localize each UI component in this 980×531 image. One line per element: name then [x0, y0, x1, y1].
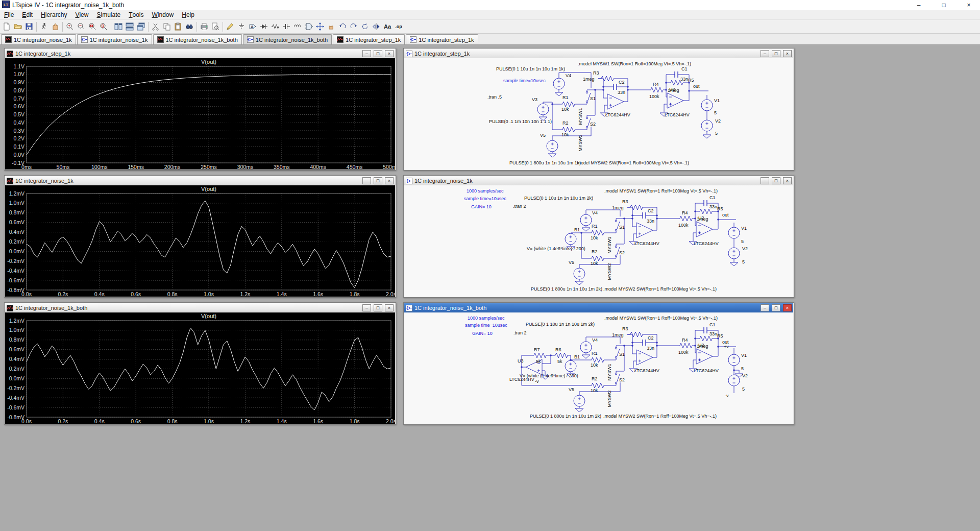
toolbar-button-zoom-out[interactable] [76, 21, 87, 33]
waveform-plot[interactable]: 1.1V1.0V0.9V0.8V0.7V0.6V0.5V0.4V0.3V0.2V… [5, 58, 395, 170]
schematic-text: R5 [688, 78, 694, 83]
toolbar-button-inductor[interactable] [292, 21, 303, 33]
schematic-text: 5 [715, 131, 718, 136]
window-minimize-button[interactable]: – [362, 304, 371, 311]
toolbar-button-cascade[interactable] [135, 21, 146, 33]
menu-item-window[interactable]: Window [148, 10, 178, 19]
window-close-button[interactable]: × [385, 304, 394, 311]
toolbar-button-diode[interactable] [258, 21, 270, 33]
schematic-text: U2 [698, 343, 704, 348]
toolbar-button-zoom-full[interactable] [87, 21, 98, 33]
window-maximize-button[interactable]: □ [374, 177, 382, 184]
tab-4-1c-integrator_noise_1k_both[interactable]: 1C integrator_noise_1k_both [243, 34, 332, 44]
window-minimize-button[interactable]: – [362, 177, 371, 184]
window-maximize-button[interactable]: □ [772, 177, 780, 184]
schematic-text: 10k [591, 261, 598, 266]
toolbar-button-save[interactable] [23, 21, 35, 33]
toolbar-button-move[interactable] [314, 21, 326, 33]
window-close-button[interactable]: × [783, 304, 792, 311]
svg-text:-0.4mV: -0.4mV [7, 268, 24, 274]
menu-item-tools[interactable]: Tools [125, 10, 148, 19]
schematic-pane[interactable]: .model MYSW1 SW(Ron=1 Roff=100Meg Vt=.5 … [404, 58, 793, 170]
menu-item-help[interactable]: Help [178, 10, 199, 19]
toolbar-button-halt[interactable] [50, 21, 61, 33]
schematic-canvas[interactable]: .model MYSW1 SW(Ron=1 Roff=100Meg Vt=.5 … [404, 312, 793, 424]
window-maximize-button[interactable]: □ [772, 304, 780, 311]
paste-icon [174, 22, 182, 31]
toolbar-button-undo[interactable] [337, 21, 348, 33]
toolbar-button-rotate[interactable] [359, 21, 371, 33]
toolbar-button-capacitor[interactable] [281, 21, 292, 33]
waveform-plot[interactable]: 1.2mV1.0mV0.8mV0.6mV0.4mV0.2mV0.0mV-0.2m… [5, 185, 395, 297]
schematic-text: S2 [619, 250, 625, 255]
toolbar-button-wire[interactable] [225, 21, 236, 33]
toolbar-button-label[interactable]: A [247, 21, 258, 33]
toolbar-button-print-preview[interactable] [210, 21, 221, 33]
svg-text:1.2mV: 1.2mV [9, 190, 24, 197]
maximize-button[interactable]: □ [933, 0, 955, 10]
window-maximize-button[interactable]: □ [374, 50, 382, 57]
toolbar-button-ground[interactable] [236, 21, 247, 33]
window-titlebar[interactable]: 1C integrator_noise_1k_both–□× [5, 303, 395, 312]
toolbar-button-cut[interactable] [150, 21, 161, 33]
window-maximize-button[interactable]: □ [374, 304, 382, 311]
menu-item-file[interactable]: File [0, 10, 18, 19]
schematic-pane[interactable]: .model MYSW1 SW(Ron=1 Roff=100Meg Vt=.5 … [404, 185, 793, 297]
window-maximize-button[interactable]: □ [772, 50, 780, 57]
schematic-icon [406, 51, 412, 57]
toolbar-button-redo[interactable] [348, 21, 359, 33]
toolbar-button-zoom-fit[interactable]: Q [98, 21, 109, 33]
toolbar-button-text[interactable]: Aa [382, 21, 393, 33]
menu-item-simulate[interactable]: Simulate [92, 10, 125, 19]
toolbar-button-resistor[interactable] [270, 21, 281, 33]
menu-item-edit[interactable]: Edit [18, 10, 37, 19]
toolbar-button-spice-directive[interactable]: .op [393, 21, 404, 33]
toolbar-button-print[interactable] [199, 21, 210, 33]
waveform-pane[interactable]: 1.1V1.0V0.9V0.8V0.7V0.6V0.5V0.4V0.3V0.2V… [5, 58, 395, 170]
window-titlebar[interactable]: 1C integrator_noise_1k_both–□× [404, 303, 793, 312]
waveform-plot[interactable]: 1.2mV1.0mV0.8mV0.6mV0.4mV0.2mV0.0mV-0.2m… [5, 312, 395, 424]
menu-item-hierarchy[interactable]: Hierarchy [37, 10, 71, 19]
close-button[interactable]: × [958, 0, 980, 10]
window-close-button[interactable]: × [385, 50, 394, 57]
window-titlebar[interactable]: 1C integrator_noise_1k–□× [5, 176, 395, 185]
tab-3-1c-integrator_noise_1k_both[interactable]: 1C integrator_noise_1k_both [153, 34, 242, 44]
toolbar-button-run[interactable] [38, 21, 50, 33]
tab-2-1c-integrator_noise_1k[interactable]: 1C integrator_noise_1k [77, 34, 152, 44]
window-close-button[interactable]: × [385, 177, 394, 184]
toolbar-button-copy[interactable] [161, 21, 173, 33]
tab-5-1c-integrator_step_1k[interactable]: 1C integrator_step_1k [333, 34, 405, 44]
window-titlebar[interactable]: 1C integrator_step_1k–□× [404, 49, 793, 58]
toolbar-button-open[interactable] [12, 21, 23, 33]
window-close-button[interactable]: × [783, 50, 792, 57]
window-titlebar[interactable]: 1C integrator_step_1k–□× [5, 49, 395, 58]
window-close-button[interactable]: × [783, 177, 792, 184]
tab-6-1c-integrator_step_1k[interactable]: 1C integrator_step_1k [406, 34, 478, 44]
toolbar-button-zoom-in[interactable] [64, 21, 76, 33]
schematic-text: .model MYSW1 SW(Ron=1 Roff=100Meg Vt=.5 … [604, 316, 718, 321]
minimize-button[interactable]: – [908, 0, 930, 10]
schematic-pane[interactable]: .model MYSW1 SW(Ron=1 Roff=100Meg Vt=.5 … [404, 312, 793, 424]
menu-item-view[interactable]: View [71, 10, 92, 19]
schematic-canvas[interactable]: .model MYSW1 SW(Ron=1 Roff=100Meg Vt=.5 … [404, 185, 793, 297]
schematic-canvas[interactable]: .model MYSW1 SW(Ron=1 Roff=100Meg Vt=.5 … [404, 58, 793, 170]
waveform-pane[interactable]: 1.2mV1.0mV0.8mV0.6mV0.4mV0.2mV0.0mV-0.2m… [5, 185, 395, 297]
toolbar-button-paste[interactable] [173, 21, 184, 33]
toolbar-button-mirror[interactable] [371, 21, 382, 33]
toolbar-button-drag[interactable] [326, 21, 337, 33]
app-titlebar[interactable]: LT LTspice IV - 1C integrator_noise_1k_b… [0, 0, 980, 10]
window-minimize-button[interactable]: – [761, 177, 769, 184]
toolbar-button-tile-horizontal[interactable] [124, 21, 135, 33]
window-titlebar[interactable]: 1C integrator_noise_1k–□× [404, 176, 793, 185]
svg-text:0.8s: 0.8s [167, 291, 178, 297]
toolbar-button-component[interactable] [303, 21, 314, 33]
window-minimize-button[interactable]: – [362, 50, 371, 57]
tab-1-1c-integrator_noise_1k[interactable]: 1C integrator_noise_1k [1, 34, 76, 44]
window-minimize-button[interactable]: – [761, 50, 769, 57]
toolbar-button-new-schematic[interactable] [1, 21, 12, 33]
window-minimize-button[interactable]: – [761, 304, 769, 311]
toolbar-button-find[interactable] [184, 21, 195, 33]
toolbar-button-tile-vertical[interactable] [113, 21, 124, 33]
waveform-pane[interactable]: 1.2mV1.0mV0.8mV0.6mV0.4mV0.2mV0.0mV-0.2m… [5, 312, 395, 424]
svg-text:150ms: 150ms [128, 164, 144, 170]
